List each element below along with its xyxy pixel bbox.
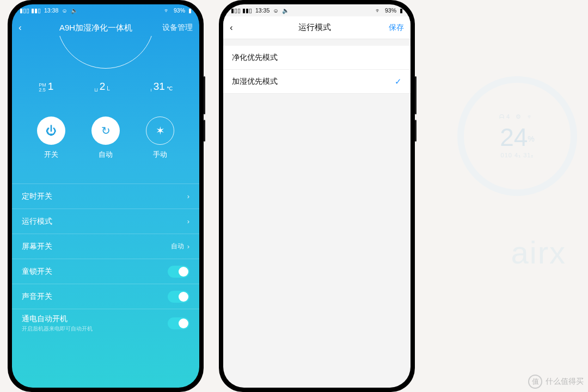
status-time: 13:35	[255, 7, 270, 14]
dial-subreadings: 010 4₁ 31₂	[501, 152, 534, 159]
auto-icon: ↻	[91, 117, 120, 145]
mode-buttons: ⏻ 开关 ↻ 自动 ✶ 手动	[24, 117, 187, 160]
mode-label: 开关	[44, 150, 58, 160]
nav-title: 运行模式	[241, 22, 389, 33]
water-value: 2	[100, 81, 106, 93]
wifi-icon: ᯤ	[376, 7, 382, 14]
humidity-gauge: 室内湿度 -干燥 ᗩ ᗩ ᗩ ᗩ	[12, 36, 199, 69]
option-purify-first[interactable]: 净化优先模式	[223, 46, 411, 70]
row-value: 自动	[171, 242, 184, 251]
option-humidify-first[interactable]: 加湿优先模式 ✓	[223, 70, 411, 94]
row-auto-on: 通电自动开机 开启后机器来电即可自动开机	[12, 309, 199, 337]
status-bar: ▮▯▯ ▮▮▯ 13:38 ☺ 🔈 ᯤ 93% ▮	[12, 4, 199, 16]
brand-logo: airx	[511, 234, 566, 271]
status-bar: ▮▯▯ ▮▮▯ 13:35 ☺ 🔈 ᯤ 93% ▮	[223, 4, 411, 16]
battery-icon: ▮	[188, 7, 192, 14]
mode-power[interactable]: ⏻ 开关	[37, 117, 65, 160]
sound-toggle[interactable]	[168, 291, 189, 303]
reading-pm25: PM 2.5 1	[39, 81, 53, 93]
chevron-right-icon: ›	[187, 192, 189, 200]
watermark-text: 什么值得买	[546, 377, 584, 387]
mode-label: 手动	[153, 150, 167, 160]
reading-water: ⊔ 2 L	[94, 81, 110, 93]
signal-icon: ▮▮▯	[242, 7, 252, 14]
back-button[interactable]: ‹	[19, 22, 29, 33]
row-sound: 声音开关	[12, 284, 199, 309]
signal-icon: ▮▮▯	[31, 7, 41, 14]
dial-icons-row: ᗩ4 ⚙ ᯤ	[499, 113, 535, 120]
mode-manual[interactable]: ✶ 手动	[146, 117, 174, 160]
battery-icon: ▮	[400, 7, 403, 14]
wechat-icon: ☺	[62, 7, 68, 14]
row-timer[interactable]: 定时开关 ›	[12, 183, 199, 209]
phone-frame-right: ▮▯▯ ▮▮▯ 13:35 ☺ 🔈 ᯤ 93% ▮ ‹ 运行模式 保存 净化优先…	[219, 0, 415, 392]
screen-device-control: ▮▯▯ ▮▮▯ 13:38 ☺ 🔈 ᯤ 93% ▮ ‹ A9H加湿净化一体机 设…	[12, 4, 199, 388]
battery-percent: 93%	[385, 7, 396, 14]
dial-value: 24%	[500, 122, 535, 152]
device-dial: ᗩ4 ⚙ ᯤ 24% 010 4₁ 31₂	[457, 76, 577, 196]
water-unit: L	[107, 85, 110, 91]
pm25-label: PM 2.5	[39, 83, 46, 93]
background-device: ᗩ4 ⚙ ᯤ 24% 010 4₁ 31₂	[425, 38, 588, 376]
chevron-right-icon: ›	[187, 217, 189, 225]
settings-list: 定时开关 › 运行模式 › 屏幕开关 自动 › 童锁开关 声音开关	[12, 183, 199, 337]
chevron-right-icon: ›	[187, 242, 189, 250]
battery-percent: 93%	[174, 7, 185, 14]
row-child-lock: 童锁开关	[12, 259, 199, 284]
child-lock-toggle[interactable]	[168, 266, 189, 278]
save-button[interactable]: 保存	[389, 23, 404, 33]
row-screen[interactable]: 屏幕开关 自动 ›	[12, 234, 199, 259]
watermark-badge: 值	[528, 375, 542, 389]
readings-row: PM 2.5 1 ⊔ 2 L ı 31 ℃	[19, 81, 193, 93]
volume-icon: 🔈	[282, 7, 289, 14]
row-subtitle: 开启后机器来电即可自动开机	[22, 325, 168, 333]
wifi-icon: ᯤ	[164, 7, 170, 14]
temp-icon: ı	[150, 88, 152, 93]
screen-run-mode: ▮▯▯ ▮▮▯ 13:35 ☺ 🔈 ᯤ 93% ▮ ‹ 运行模式 保存 净化优先…	[223, 4, 411, 388]
pm25-value: 1	[48, 81, 54, 93]
device-manage-button[interactable]: 设备管理	[162, 23, 193, 33]
auto-on-toggle[interactable]	[168, 317, 189, 329]
signal-icon: ▮▯▯	[20, 7, 29, 14]
phone-frame-left: ▮▯▯ ▮▮▯ 13:38 ☺ 🔈 ᯤ 93% ▮ ‹ A9H加湿净化一体机 设…	[8, 0, 204, 392]
temp-unit: ℃	[167, 85, 173, 91]
watermark: 值 什么值得买	[528, 375, 584, 389]
check-icon: ✓	[395, 77, 402, 87]
nav-title: A9H加湿净化一体机	[29, 23, 162, 33]
wechat-icon: ☺	[273, 7, 279, 14]
mode-label: 自动	[99, 150, 113, 160]
status-time: 13:38	[44, 7, 58, 14]
row-run-mode[interactable]: 运行模式 ›	[12, 209, 199, 234]
mode-option-list: 净化优先模式 加湿优先模式 ✓	[223, 46, 411, 94]
reading-temp: ı 31 ℃	[150, 81, 173, 93]
signal-icon: ▮▯▯	[231, 7, 241, 14]
back-button[interactable]: ‹	[230, 22, 241, 33]
power-icon: ⏻	[37, 117, 65, 145]
fan-icon: ✶	[146, 117, 174, 145]
temp-value: 31	[154, 81, 165, 93]
water-icon: ⊔	[94, 88, 98, 93]
mode-auto[interactable]: ↻ 自动	[91, 117, 120, 160]
volume-icon: 🔈	[71, 7, 78, 14]
nav-bar: ‹ 运行模式 保存	[223, 16, 411, 39]
